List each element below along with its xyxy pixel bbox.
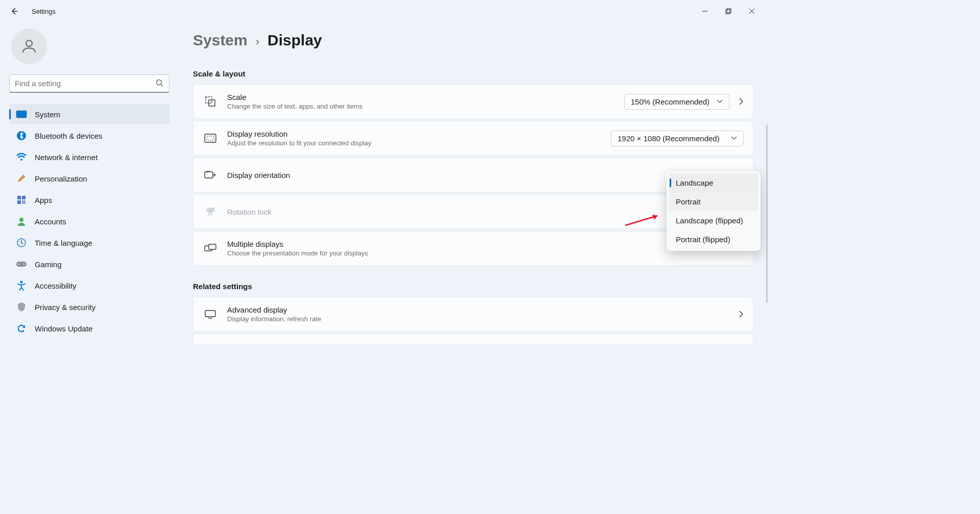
titlebar: Settings bbox=[0, 0, 768, 22]
sidebar-item-update[interactable]: Windows Update bbox=[9, 318, 169, 339]
card-title: Multiple displays bbox=[227, 240, 727, 248]
resolution-icon bbox=[203, 134, 218, 143]
svg-rect-34 bbox=[205, 311, 215, 317]
account-icon bbox=[14, 217, 29, 226]
sidebar-item-accounts[interactable]: Accounts bbox=[9, 211, 169, 232]
svg-rect-1 bbox=[726, 10, 730, 14]
card-scale[interactable]: Scale Change the size of text, apps, and… bbox=[193, 84, 753, 119]
sidebar-item-network[interactable]: Network & internet bbox=[9, 147, 169, 167]
chevron-right-icon[interactable] bbox=[739, 311, 744, 318]
chevron-down-icon bbox=[731, 136, 737, 140]
sidebar: System Bluetooth & devices Network & int… bbox=[0, 22, 179, 404]
card-partial[interactable] bbox=[193, 333, 753, 345]
accessibility-icon bbox=[14, 280, 29, 291]
card-sub: Display information, refresh rate bbox=[227, 315, 729, 323]
orientation-icon bbox=[203, 170, 218, 179]
main-content: System › Display Scale & layout Scale Ch… bbox=[179, 22, 768, 404]
dropdown-item-portrait[interactable]: Portrait bbox=[669, 192, 758, 211]
svg-point-28 bbox=[206, 171, 207, 172]
svg-rect-12 bbox=[17, 196, 21, 199]
shield-icon bbox=[14, 302, 29, 312]
scrollbar[interactable] bbox=[766, 124, 768, 303]
svg-rect-26 bbox=[207, 136, 214, 140]
sidebar-item-apps[interactable]: Apps bbox=[9, 190, 169, 210]
breadcrumb-current: Display bbox=[267, 32, 322, 49]
svg-point-20 bbox=[18, 264, 19, 265]
wifi-icon bbox=[14, 153, 29, 161]
close-button[interactable] bbox=[740, 3, 764, 19]
svg-rect-2 bbox=[727, 9, 731, 13]
nav: System Bluetooth & devices Network & int… bbox=[9, 104, 169, 339]
sidebar-item-accessibility[interactable]: Accessibility bbox=[9, 275, 169, 296]
nav-label: Network & internet bbox=[35, 153, 97, 162]
svg-rect-13 bbox=[22, 196, 26, 199]
nav-label: Bluetooth & devices bbox=[35, 132, 103, 140]
dropdown-item-landscape[interactable]: Landscape bbox=[669, 173, 758, 192]
user-icon bbox=[20, 37, 38, 56]
chevron-right-icon[interactable] bbox=[739, 98, 744, 105]
apps-icon bbox=[14, 195, 29, 204]
nav-label: Personalization bbox=[35, 174, 87, 183]
scale-icon bbox=[203, 96, 218, 107]
sidebar-item-bluetooth[interactable]: Bluetooth & devices bbox=[9, 125, 169, 146]
dropdown-item-portrait-flipped[interactable]: Portrait (flipped) bbox=[669, 230, 758, 249]
chevron-right-icon: › bbox=[256, 35, 259, 48]
window-controls bbox=[693, 3, 764, 19]
arrow-left-icon bbox=[10, 7, 18, 15]
sidebar-item-gaming[interactable]: Gaming bbox=[9, 254, 169, 274]
nav-label: Windows Update bbox=[35, 324, 92, 333]
rotation-lock-icon bbox=[203, 206, 218, 217]
breadcrumb-parent[interactable]: System bbox=[193, 32, 248, 49]
card-title: Display resolution bbox=[227, 130, 611, 138]
svg-point-5 bbox=[26, 40, 32, 46]
section-related: Related settings bbox=[193, 282, 753, 291]
svg-rect-33 bbox=[209, 244, 216, 249]
avatar[interactable] bbox=[11, 29, 47, 64]
gaming-icon bbox=[14, 261, 29, 268]
resolution-select[interactable]: 1920 × 1080 (Recommended) bbox=[611, 131, 744, 146]
card-sub: Choose the presentation mode for your di… bbox=[227, 249, 727, 257]
svg-point-29 bbox=[207, 171, 208, 172]
card-title: Advanced display bbox=[227, 305, 729, 314]
system-icon bbox=[14, 110, 29, 118]
back-button[interactable] bbox=[4, 1, 24, 21]
close-icon bbox=[749, 8, 755, 14]
display-icon bbox=[203, 310, 218, 319]
select-value: 1920 × 1080 (Recommended) bbox=[618, 134, 720, 143]
orientation-dropdown: Landscape Portrait Landscape (flipped) P… bbox=[667, 171, 761, 251]
sidebar-item-personalization[interactable]: Personalization bbox=[9, 168, 169, 189]
sidebar-item-time[interactable]: Time & language bbox=[9, 233, 169, 253]
sidebar-item-system[interactable]: System bbox=[9, 104, 169, 124]
maximize-button[interactable] bbox=[717, 3, 740, 19]
svg-point-16 bbox=[19, 218, 23, 222]
svg-rect-25 bbox=[205, 134, 216, 142]
maximize-icon bbox=[725, 8, 731, 14]
dropdown-item-landscape-flipped[interactable]: Landscape (flipped) bbox=[669, 211, 758, 230]
minimize-icon bbox=[702, 8, 708, 14]
sidebar-item-privacy[interactable]: Privacy & security bbox=[9, 297, 169, 317]
update-icon bbox=[14, 323, 29, 333]
nav-label: System bbox=[35, 110, 60, 119]
search-container bbox=[9, 74, 169, 93]
svg-rect-24 bbox=[209, 100, 215, 106]
card-advanced-display[interactable]: Advanced display Display information, re… bbox=[193, 297, 753, 331]
chevron-down-icon bbox=[717, 99, 723, 104]
card-sub: Change the size of text, apps, and other… bbox=[227, 102, 624, 110]
card-resolution[interactable]: Display resolution Adjust the resolution… bbox=[193, 121, 753, 156]
svg-rect-8 bbox=[16, 111, 27, 118]
nav-label: Privacy & security bbox=[35, 303, 95, 312]
multiple-displays-icon bbox=[203, 244, 218, 253]
brush-icon bbox=[14, 173, 29, 184]
nav-label: Accounts bbox=[35, 217, 66, 226]
svg-rect-27 bbox=[205, 172, 213, 178]
search-icon bbox=[155, 79, 164, 88]
nav-label: Time & language bbox=[35, 239, 92, 247]
scale-select[interactable]: 150% (Recommended) bbox=[624, 94, 729, 110]
svg-point-30 bbox=[209, 171, 210, 172]
nav-label: Gaming bbox=[35, 260, 62, 269]
svg-rect-19 bbox=[16, 262, 27, 267]
minimize-button[interactable] bbox=[693, 3, 717, 19]
svg-point-6 bbox=[157, 80, 162, 85]
bluetooth-icon bbox=[14, 131, 29, 141]
search-input[interactable] bbox=[9, 74, 169, 93]
